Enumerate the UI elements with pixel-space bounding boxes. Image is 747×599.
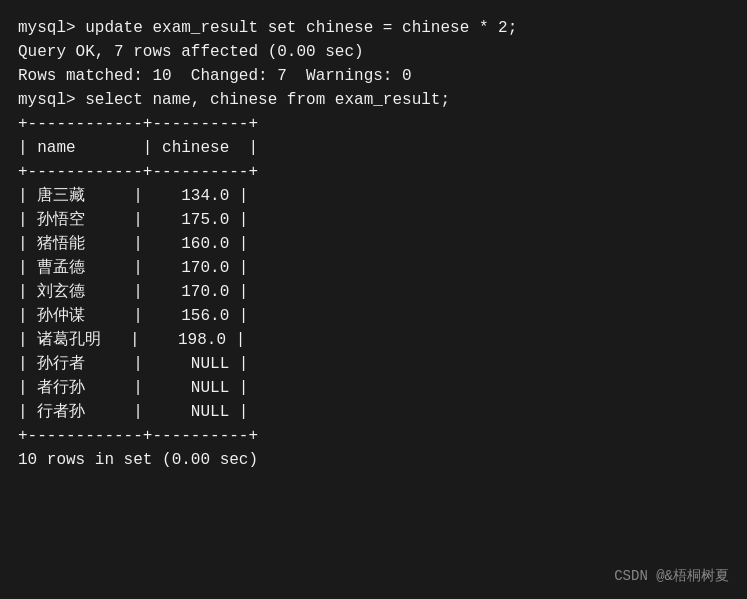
terminal-line-row2: | 孙悟空 | 175.0 | <box>18 208 729 232</box>
terminal-line-row1: | 唐三藏 | 134.0 | <box>18 184 729 208</box>
terminal-line-row10: | 行者孙 | NULL | <box>18 400 729 424</box>
terminal-line-row4: | 曹孟德 | 170.0 | <box>18 256 729 280</box>
terminal-line-cmd2: mysql> select name, chinese from exam_re… <box>18 88 729 112</box>
terminal-window: mysql> update exam_result set chinese = … <box>0 0 747 599</box>
terminal-line-row3: | 猪悟能 | 160.0 | <box>18 232 729 256</box>
terminal-line-row5: | 刘玄德 | 170.0 | <box>18 280 729 304</box>
watermark: CSDN @&梧桐树夏 <box>614 567 729 585</box>
terminal-line-row7: | 诸葛孔明 | 198.0 | <box>18 328 729 352</box>
terminal-line-border1: +------------+----------+ <box>18 112 729 136</box>
terminal-line-result2: Rows matched: 10 Changed: 7 Warnings: 0 <box>18 64 729 88</box>
terminal-line-row6: | 孙仲谋 | 156.0 | <box>18 304 729 328</box>
terminal-line-border2: +------------+----------+ <box>18 160 729 184</box>
terminal-line-summary: 10 rows in set (0.00 sec) <box>18 448 729 472</box>
terminal-line-row8: | 孙行者 | NULL | <box>18 352 729 376</box>
terminal-line-cmd1: mysql> update exam_result set chinese = … <box>18 16 729 40</box>
terminal-line-border3: +------------+----------+ <box>18 424 729 448</box>
terminal-line-result1: Query OK, 7 rows affected (0.00 sec) <box>18 40 729 64</box>
terminal-line-header: | name | chinese | <box>18 136 729 160</box>
terminal-line-row9: | 者行孙 | NULL | <box>18 376 729 400</box>
